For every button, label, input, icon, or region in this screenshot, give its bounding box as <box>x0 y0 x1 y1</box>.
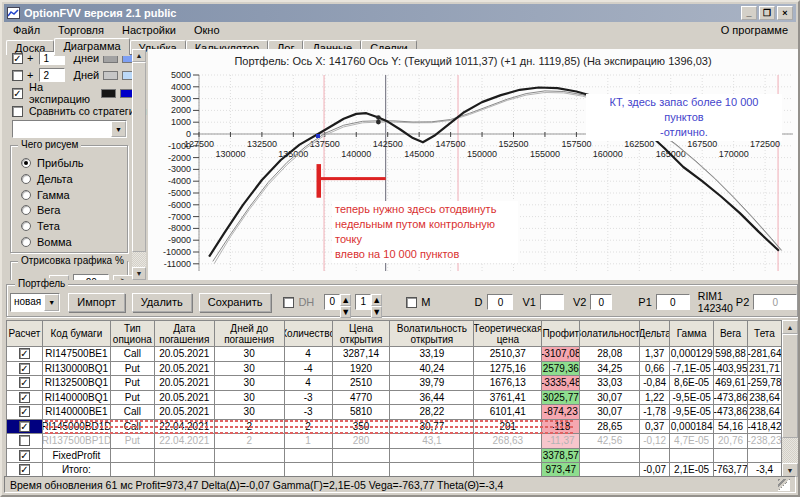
chevron-down-icon[interactable]: ▼ <box>44 294 59 311</box>
dh-spinner-2[interactable]: ▲▼ <box>355 294 382 311</box>
column-header[interactable]: Гамма <box>670 321 714 347</box>
day2-checkbox[interactable] <box>12 70 23 81</box>
day1-checkbox[interactable] <box>12 53 23 64</box>
column-header[interactable]: Профит <box>542 321 580 347</box>
table-row[interactable]: RI132500BQ1Put20.05.2021304251039,791676… <box>7 376 782 391</box>
table-row[interactable]: FixedProfit3378,57 <box>7 449 782 464</box>
column-header[interactable]: Тета <box>748 321 782 347</box>
v1-input[interactable] <box>540 294 564 310</box>
scroll-down-icon[interactable]: ▼ <box>782 463 798 477</box>
spin-down-icon[interactable]: ▼ <box>371 306 382 318</box>
dh-spinner-1-input[interactable] <box>324 294 340 310</box>
spin-up-icon[interactable]: ▲ <box>340 294 351 306</box>
dh-spinner-1[interactable]: ▲▼ <box>324 294 351 311</box>
row-check-cell[interactable] <box>7 405 43 420</box>
column-header[interactable]: Вега <box>714 321 748 347</box>
import-button[interactable]: Импорт <box>68 293 124 312</box>
scrollbar-thumb[interactable] <box>132 62 146 252</box>
strategy-combobox[interactable]: ▼ <box>12 120 127 138</box>
column-header[interactable]: Расчет <box>7 321 43 347</box>
menu-file[interactable]: Файл <box>4 23 49 37</box>
tab-2[interactable]: Диаграмма <box>54 38 129 55</box>
menu-about[interactable]: О программе <box>721 24 796 36</box>
spin-down-icon[interactable]: ▼ <box>340 306 351 318</box>
row-checkbox[interactable] <box>19 392 30 403</box>
radio-icon[interactable] <box>21 174 31 184</box>
radio-icon[interactable] <box>21 205 31 215</box>
column-header[interactable]: Дней до погашения <box>215 321 285 347</box>
row-check-cell[interactable] <box>7 362 43 377</box>
table-row[interactable]: RI140000BE1Call20.05.202130-3581028,2261… <box>7 405 782 420</box>
radio-Вомма[interactable]: Вомма <box>21 235 72 249</box>
table-row[interactable]: RI130000BQ1Put20.05.202130-4192040,24127… <box>7 362 782 377</box>
row-checkbox[interactable] <box>19 450 30 461</box>
row-checkbox[interactable] <box>19 363 30 374</box>
column-header[interactable]: Дата погашения <box>155 321 215 347</box>
row-checkbox[interactable] <box>19 435 30 446</box>
row-check-cell[interactable] <box>7 449 43 464</box>
resize-grip[interactable] <box>778 479 790 491</box>
table-scrollbar[interactable]: ▲ ▼ <box>782 320 798 477</box>
portfolio-combobox[interactable]: новая ▼ <box>10 293 60 312</box>
close-button[interactable]: × <box>777 6 793 20</box>
above-value-input[interactable] <box>73 274 109 280</box>
column-header[interactable]: Код бумаги <box>43 321 111 347</box>
row-check-cell[interactable] <box>7 391 43 406</box>
scroll-down-icon[interactable]: ▼ <box>132 267 146 280</box>
save-button[interactable]: Сохранить <box>199 293 272 312</box>
radio-Вега[interactable]: Вега <box>21 203 60 217</box>
radio-icon[interactable] <box>21 190 31 200</box>
radio-icon[interactable] <box>21 221 31 231</box>
m-checkbox[interactable] <box>406 297 417 308</box>
p1-input[interactable] <box>656 294 690 310</box>
table-row[interactable]: RI137500BP1DPut22.04.20212128043,1268,63… <box>7 434 782 449</box>
scroll-up-icon[interactable]: ▲ <box>782 320 798 334</box>
column-header[interactable]: Волатильность открытия <box>390 321 474 347</box>
row-checkbox[interactable] <box>19 348 30 359</box>
d-input[interactable] <box>487 294 513 310</box>
row-checkbox[interactable] <box>19 464 30 475</box>
menu-trading[interactable]: Торговля <box>49 23 113 37</box>
scroll-up-icon[interactable]: ▲ <box>132 49 146 62</box>
day2-color-a-swatch[interactable] <box>103 71 118 80</box>
table-row[interactable]: RI140000BQ1Put20.05.202130-3477036,44376… <box>7 391 782 406</box>
day2-input[interactable] <box>39 68 65 82</box>
column-header[interactable]: Цена открытия <box>333 321 391 347</box>
scrollbar-thumb[interactable] <box>782 334 798 438</box>
minimize-button[interactable]: _ <box>741 6 757 20</box>
row-check-cell[interactable] <box>7 376 43 391</box>
dh-checkbox[interactable] <box>283 297 294 308</box>
table-row[interactable]: RI145000BD1DCall22.04.20212235030,77291-… <box>7 420 782 435</box>
above-increment-button[interactable]: > <box>113 275 133 280</box>
dh-spinner-2-input[interactable] <box>355 294 371 310</box>
v2-input[interactable] <box>590 294 612 310</box>
row-check-cell[interactable] <box>7 347 43 362</box>
table-row[interactable]: RI147500BE1Call20.05.20213043287,1433,19… <box>7 347 782 362</box>
column-header[interactable]: Тип опциона <box>111 321 155 347</box>
row-check-cell[interactable] <box>7 420 43 435</box>
column-header[interactable]: Теоретическая цена <box>474 321 542 347</box>
chevron-down-icon[interactable]: ▼ <box>111 121 126 137</box>
column-header[interactable]: Волатильность <box>580 321 640 347</box>
expiration-color-a-swatch[interactable] <box>101 89 116 98</box>
row-check-cell[interactable] <box>7 434 43 449</box>
row-checkbox[interactable] <box>19 421 30 432</box>
maximize-button[interactable]: ❐ <box>759 6 775 20</box>
radio-Дельта[interactable]: Дельта <box>21 172 73 186</box>
row-checkbox[interactable] <box>19 377 30 388</box>
delete-button[interactable]: Удалить <box>132 293 192 312</box>
p2-input[interactable] <box>753 294 797 310</box>
row-checkbox[interactable] <box>19 406 30 417</box>
radio-Тета[interactable]: Тета <box>21 219 60 233</box>
menu-settings[interactable]: Настройки <box>113 23 185 37</box>
radio-Гамма[interactable]: Гамма <box>21 188 70 202</box>
radio-Прибыль[interactable]: Прибыль <box>21 156 84 170</box>
radio-icon[interactable] <box>21 237 31 247</box>
expiration-checkbox[interactable] <box>12 88 23 99</box>
payoff-chart[interactable]: Портфель: Ось X: 141760 Ось Y: (Текущий … <box>148 49 798 280</box>
compare-checkbox[interactable] <box>12 106 23 117</box>
panel-scrollbar[interactable]: ▲ ▼ <box>132 49 146 280</box>
spin-up-icon[interactable]: ▲ <box>371 294 382 306</box>
column-header[interactable]: Количество <box>285 321 333 347</box>
menu-window[interactable]: Окно <box>185 23 229 37</box>
